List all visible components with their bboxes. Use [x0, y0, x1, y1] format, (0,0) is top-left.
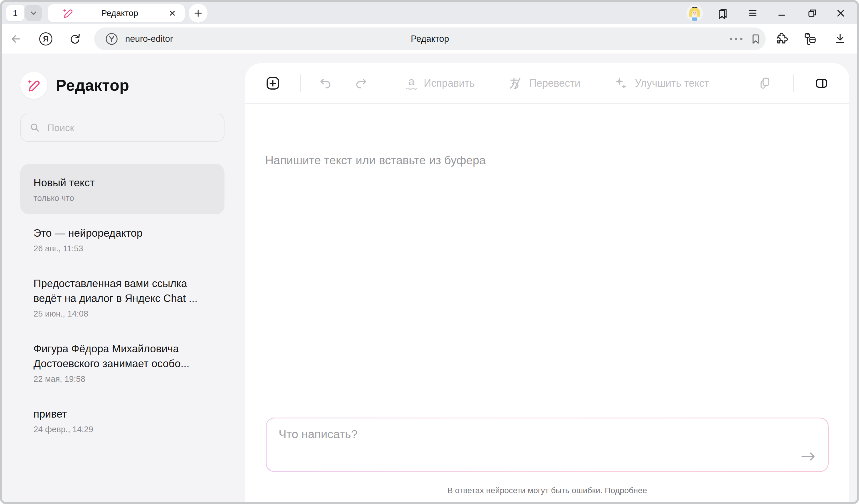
refresh-button[interactable] [68, 32, 82, 46]
copy-icon [758, 76, 772, 90]
more-actions-button[interactable] [729, 36, 743, 42]
url-text: neuro-editor [125, 34, 173, 44]
yandex-logo-icon: Я [39, 32, 52, 46]
doc-title: Фигура Фёдора Михайловича Достоевского з… [33, 341, 211, 371]
tab-list-chevron-button[interactable] [25, 5, 42, 21]
close-icon [835, 7, 847, 19]
editor-card: a Исправить [245, 63, 849, 502]
doc-time: 26 авг., 11:53 [33, 244, 211, 253]
redo-button[interactable] [355, 76, 368, 90]
new-document-button[interactable] [266, 76, 280, 90]
restore-window-button[interactable] [806, 7, 818, 19]
toolbar-divider [300, 74, 301, 92]
doc-title: Новый текст [33, 175, 211, 190]
squiggle-underline-icon [406, 87, 417, 90]
tab-close-icon[interactable] [167, 8, 177, 18]
hamburger-menu-icon [747, 7, 759, 19]
translate-button[interactable]: Перевести [508, 76, 581, 90]
tab-strip: 1 Редактор [2, 2, 857, 24]
send-button[interactable] [800, 450, 817, 463]
tab-group-pill: 1 [6, 5, 42, 21]
tab-editor[interactable]: Редактор [48, 4, 185, 22]
toggle-panel-button[interactable] [814, 76, 829, 90]
doc-item-link-dialog[interactable]: Предоставленная вами ссылка ведёт на диа… [20, 265, 225, 330]
refresh-icon [68, 32, 82, 46]
bookmark-page-button[interactable] [749, 32, 762, 46]
downloads-button[interactable] [833, 32, 847, 46]
doc-time: 22 мая, 19:58 [33, 375, 211, 384]
spellcheck-letter: a [408, 77, 414, 87]
learn-more-link[interactable]: Подробнее [605, 486, 647, 495]
passwords-button[interactable] [802, 31, 818, 47]
send-arrow-icon [800, 450, 817, 463]
prompt-box[interactable] [266, 417, 829, 472]
redo-icon [355, 76, 368, 90]
magic-pencil-icon [62, 7, 74, 19]
app-logo [20, 72, 47, 99]
tab-count-label: 1 [13, 8, 18, 18]
back-arrow-icon [9, 32, 22, 46]
doc-time: 24 февр., 14:29 [33, 425, 211, 434]
fix-text-button[interactable]: a Исправить [406, 77, 475, 90]
spellcheck-icon: a [406, 77, 417, 90]
document-list: Новый текст только что Это — нейроредакт… [20, 164, 225, 446]
yandex-letter: Я [43, 35, 48, 44]
doc-title: Это — нейроредактор [33, 226, 211, 241]
puzzle-icon [774, 32, 788, 46]
sparkles-icon [614, 76, 628, 90]
toolbar-divider [793, 74, 794, 92]
page-title: Редактор [94, 34, 766, 44]
close-window-button[interactable] [835, 7, 847, 19]
browser-window: 1 Редактор [0, 0, 859, 504]
bookmark-icon [749, 32, 762, 46]
main-area: a Исправить [245, 54, 857, 502]
translate-label: Перевести [529, 77, 581, 89]
tab-counter-button[interactable]: 1 [6, 5, 24, 21]
sidebar: Редактор Новый текст только что Это — не… [2, 54, 245, 502]
editor-toolbar: a Исправить [245, 63, 849, 104]
doc-item-new-text[interactable]: Новый текст только что [20, 164, 225, 214]
improve-text-button[interactable]: Улучшить текст [614, 76, 709, 90]
double-bookmark-icon [716, 6, 729, 20]
doc-title: привет [33, 407, 211, 422]
extensions-button[interactable] [774, 32, 788, 46]
search-input[interactable] [47, 122, 216, 134]
doc-time: 25 июн., 14:08 [33, 309, 211, 319]
doc-title: Предоставленная вами ссылка ведёт на диа… [33, 276, 211, 306]
editor-placeholder[interactable]: Напишите текст или вставьте из буфера [265, 154, 486, 167]
fix-label: Исправить [424, 77, 475, 89]
tab-strip-right [661, 2, 857, 24]
new-tab-button[interactable] [189, 4, 208, 22]
doc-item-privet[interactable]: привет 24 февр., 14:29 [20, 395, 225, 446]
key-card-icon [802, 31, 818, 47]
browser-menu-button[interactable] [747, 7, 759, 19]
back-button[interactable] [9, 32, 22, 46]
prompt-input[interactable] [278, 427, 790, 464]
disclaimer-text: В ответах нейросети могут быть ошибки. [447, 486, 602, 495]
yandex-home-button[interactable]: Я [39, 32, 52, 46]
site-badge-icon [105, 32, 119, 46]
translate-icon [508, 76, 522, 90]
omnibox[interactable]: neuro-editor Редактор [94, 28, 766, 50]
address-bar: Я neuro-editor Редактор [2, 24, 857, 54]
restore-icon [806, 7, 818, 19]
magic-pencil-icon [26, 77, 42, 93]
undo-button[interactable] [318, 76, 332, 90]
split-panel-icon [814, 76, 829, 90]
doc-item-dostoevsky[interactable]: Фигура Фёдора Михайловича Достоевского з… [20, 330, 225, 395]
copy-button[interactable] [758, 76, 772, 90]
profile-avatar[interactable] [686, 4, 703, 22]
app-title: Редактор [56, 76, 129, 94]
search-icon [29, 122, 41, 134]
minimize-window-button[interactable] [776, 7, 787, 19]
tab-title: Редактор [74, 8, 167, 18]
ellipsis-icon [729, 36, 743, 42]
improve-label: Улучшить текст [635, 77, 709, 89]
avatar-icon [686, 4, 703, 22]
app-logo-row: Редактор [20, 72, 225, 99]
search-box[interactable] [20, 113, 225, 142]
ai-disclaimer: В ответах нейросети могут быть ошибки. П… [245, 486, 849, 495]
bookmarks-panel-button[interactable] [716, 6, 729, 20]
doc-item-neuroeditor[interactable]: Это — нейроредактор 26 авг., 11:53 [20, 214, 225, 265]
chevron-down-icon [29, 8, 39, 18]
